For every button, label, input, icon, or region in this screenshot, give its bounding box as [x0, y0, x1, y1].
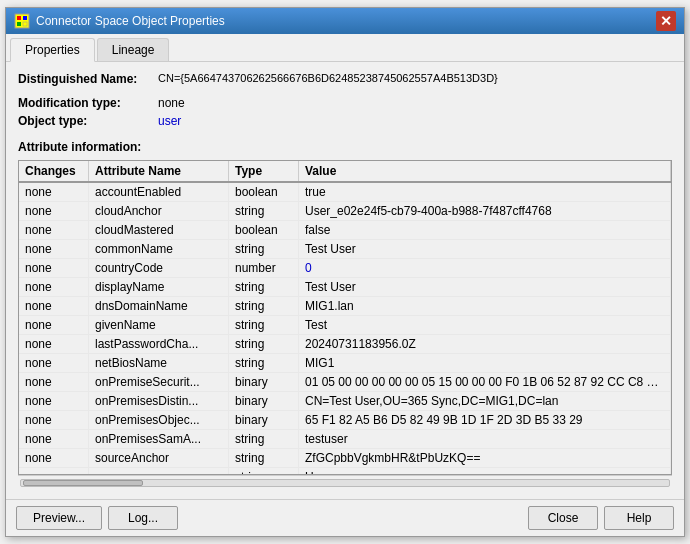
table-row[interactable]: nonegivenNamestringTest: [19, 316, 671, 335]
table-cell-value: false: [299, 221, 671, 239]
dn-value: CN={5A664743706262566676B6D6248523874506…: [158, 72, 498, 84]
table-cell-changes: none: [19, 335, 89, 353]
table-cell-changes: none: [19, 411, 89, 429]
table-cell-type: string: [229, 316, 299, 334]
table-cell-name: onPremisesSamA...: [89, 430, 229, 448]
table-cell-name: cloudAnchor: [89, 202, 229, 220]
table-cell-type: binary: [229, 392, 299, 410]
title-bar-left: Connector Space Object Properties: [14, 13, 225, 29]
help-button[interactable]: Help: [604, 506, 674, 530]
table-cell-changes: none: [19, 183, 89, 201]
table-cell-value: MIG1.lan: [299, 297, 671, 315]
tab-properties[interactable]: Properties: [10, 38, 95, 62]
table-cell-name: netBiosName: [89, 354, 229, 372]
table-cell-type: string: [229, 449, 299, 467]
table-row[interactable]: nonecommonNamestringTest User: [19, 240, 671, 259]
object-type-row: Object type: user: [18, 114, 672, 128]
dn-row: Distinguished Name: CN={5A66474370626256…: [18, 72, 672, 86]
table-cell-name: dnsDomainName: [89, 297, 229, 315]
table-row[interactable]: nonedisplayNamestringTest User: [19, 278, 671, 297]
table-cell-name: commonName: [89, 240, 229, 258]
bottom-bar: Preview... Log... Close Help: [6, 499, 684, 536]
table-row[interactable]: noneonPremisesObjec...binary65 F1 82 A5 …: [19, 411, 671, 430]
table-cell-changes: none: [19, 297, 89, 315]
col-attribute-name: Attribute Name: [89, 161, 229, 181]
table-cell-value: Test: [299, 316, 671, 334]
table-cell-value: 20240731183956.0Z: [299, 335, 671, 353]
col-type: Type: [229, 161, 299, 181]
table-cell-value: MIG1: [299, 354, 671, 372]
close-button[interactable]: ✕: [656, 11, 676, 31]
table-row[interactable]: nonesourceAnchorstringZfGCpbbVgkmbHR&tPb…: [19, 449, 671, 468]
table-cell-value: true: [299, 183, 671, 201]
table-cell-changes: none: [19, 430, 89, 448]
table-cell-name: onPremisesObjec...: [89, 411, 229, 429]
table-cell-type: string: [229, 354, 299, 372]
table-cell-name: countryCode: [89, 259, 229, 277]
dn-label: Distinguished Name:: [18, 72, 158, 86]
table-cell-type: number: [229, 259, 299, 277]
table-cell-name: displayName: [89, 278, 229, 296]
table-row[interactable]: noneaccountEnabledbooleantrue: [19, 183, 671, 202]
table-cell-name: givenName: [89, 316, 229, 334]
table-row[interactable]: noneonPremiseSecurit...binary01 05 00 00…: [19, 373, 671, 392]
table-cell-changes: none: [19, 373, 89, 391]
table-row[interactable]: nonenetBiosNamestringMIG1: [19, 354, 671, 373]
table-cell-value: testuser: [299, 430, 671, 448]
table-cell-value: User_e02e24f5-cb79-400a-b988-7f487cff476…: [299, 202, 671, 220]
svg-rect-4: [23, 22, 27, 26]
table-cell-changes: none: [19, 468, 89, 474]
table-cell-type: string: [229, 335, 299, 353]
tab-bar: Properties Lineage: [6, 34, 684, 62]
svg-rect-2: [23, 16, 27, 20]
table-cell-type: string: [229, 297, 299, 315]
table-row[interactable]: nonecloudMasteredbooleanfalse: [19, 221, 671, 240]
table-row[interactable]: noneonPremisesDistin...binaryCN=Test Use…: [19, 392, 671, 411]
preview-button[interactable]: Preview...: [16, 506, 102, 530]
table-cell-name: onPremisesDistin...: [89, 392, 229, 410]
table-cell-type: string: [229, 430, 299, 448]
close-dialog-button[interactable]: Close: [528, 506, 598, 530]
modification-type-value: none: [158, 96, 185, 110]
table-row[interactable]: nonecloudAnchorstringUser_e02e24f5-cb79-…: [19, 202, 671, 221]
horizontal-scrollbar[interactable]: [18, 475, 672, 489]
col-value: Value: [299, 161, 671, 181]
table-cell-value: 0: [299, 259, 671, 277]
table-cell-value: ZfGCpbbVgkmbHR&tPbUzKQ==: [299, 449, 671, 467]
tab-lineage[interactable]: Lineage: [97, 38, 170, 61]
table-row[interactable]: nonecountryCodenumber0: [19, 259, 671, 278]
table-row[interactable]: nonednsDomainNamestringMIG1.lan: [19, 297, 671, 316]
table-body[interactable]: noneaccountEnabledbooleantruenonecloudAn…: [19, 183, 671, 474]
table-cell-changes: none: [19, 202, 89, 220]
table-cell-name: onPremiseSecurit...: [89, 373, 229, 391]
svg-rect-1: [17, 16, 21, 20]
window-title: Connector Space Object Properties: [36, 14, 225, 28]
table-row[interactable]: nonesurnamestringUser: [19, 468, 671, 474]
table-cell-changes: none: [19, 278, 89, 296]
attribute-section-title: Attribute information:: [18, 140, 672, 154]
table-cell-value: CN=Test User,OU=365 Sync,DC=MIG1,DC=lan: [299, 392, 671, 410]
object-type-value: user: [158, 114, 181, 128]
table-cell-type: binary: [229, 373, 299, 391]
object-type-label: Object type:: [18, 114, 158, 128]
table-cell-name: cloudMastered: [89, 221, 229, 239]
content-area: Distinguished Name: CN={5A66474370626256…: [6, 62, 684, 499]
table-cell-value: 01 05 00 00 00 00 00 05 15 00 00 00 F0 1…: [299, 373, 671, 391]
svg-rect-3: [17, 22, 21, 26]
scrollbar-thumb[interactable]: [23, 480, 143, 486]
modification-type-label: Modification type:: [18, 96, 158, 110]
table-cell-changes: none: [19, 259, 89, 277]
table-row[interactable]: nonelastPasswordCha...string202407311839…: [19, 335, 671, 354]
table-cell-changes: none: [19, 240, 89, 258]
table-cell-changes: none: [19, 449, 89, 467]
table-cell-type: boolean: [229, 221, 299, 239]
main-window: Connector Space Object Properties ✕ Prop…: [5, 7, 685, 537]
table-row[interactable]: noneonPremisesSamA...stringtestuser: [19, 430, 671, 449]
table-cell-type: string: [229, 240, 299, 258]
bottom-right-buttons: Close Help: [528, 506, 674, 530]
log-button[interactable]: Log...: [108, 506, 178, 530]
table-cell-changes: none: [19, 392, 89, 410]
table-header: Changes Attribute Name Type Value: [19, 161, 671, 183]
app-icon: [14, 13, 30, 29]
table-cell-type: string: [229, 202, 299, 220]
